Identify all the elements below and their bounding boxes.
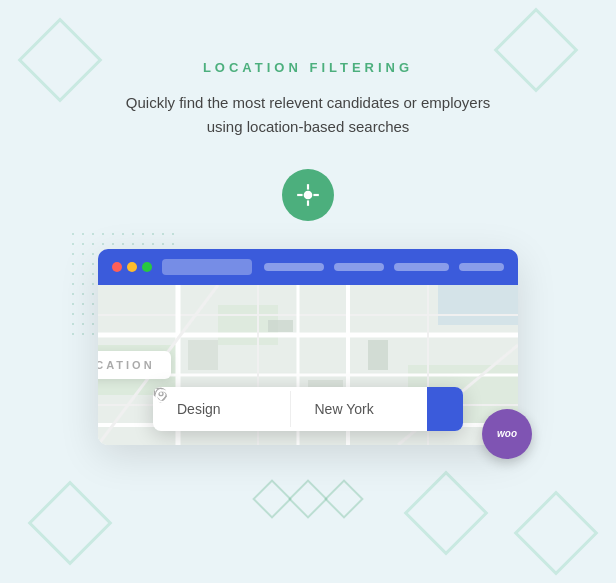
- svg-rect-9: [438, 285, 518, 325]
- nav-pill: [334, 263, 384, 271]
- section-label: LOCATION FILTERING: [203, 60, 413, 75]
- keyword-field-value: Design: [177, 401, 221, 417]
- nav-items: [264, 263, 504, 271]
- search-icon: [153, 387, 173, 407]
- traffic-lights: [112, 262, 152, 272]
- section-subtitle: Quickly find the most relevent candidate…: [126, 91, 490, 139]
- search-bar[interactable]: Design New York: [153, 387, 463, 431]
- browser-mockup: LOCATION Design: [98, 249, 518, 445]
- svg-rect-25: [368, 340, 388, 370]
- url-bar: [162, 259, 252, 275]
- bottom-decorations: [258, 485, 358, 513]
- close-dot: [112, 262, 122, 272]
- svg-point-0: [304, 191, 313, 200]
- minimize-dot: [127, 262, 137, 272]
- crosshair-svg: [295, 182, 321, 208]
- svg-rect-22: [188, 340, 218, 370]
- browser-mockup-container: LOCATION Design: [98, 249, 518, 445]
- location-target-icon: [282, 169, 334, 221]
- page-content: LOCATION FILTERING Quickly find the most…: [0, 0, 616, 513]
- location-field-value: New York: [315, 401, 374, 417]
- mini-diamond: [324, 479, 364, 519]
- map-area: LOCATION Design: [98, 285, 518, 445]
- location-overlay-label: LOCATION: [98, 351, 171, 379]
- location-field[interactable]: New York: [291, 391, 428, 427]
- svg-line-29: [167, 401, 172, 406]
- keyword-field[interactable]: Design: [153, 391, 291, 427]
- woo-label: woo: [497, 429, 517, 439]
- nav-pill: [394, 263, 449, 271]
- maximize-dot: [142, 262, 152, 272]
- browser-chrome-bar: [98, 249, 518, 285]
- mini-diamond: [288, 479, 328, 519]
- woocommerce-badge: woo: [482, 409, 532, 459]
- nav-pill: [459, 263, 504, 271]
- svg-point-28: [156, 390, 168, 402]
- mini-diamond: [252, 479, 292, 519]
- nav-pill: [264, 263, 324, 271]
- search-button[interactable]: [427, 387, 463, 431]
- svg-rect-23: [268, 320, 293, 332]
